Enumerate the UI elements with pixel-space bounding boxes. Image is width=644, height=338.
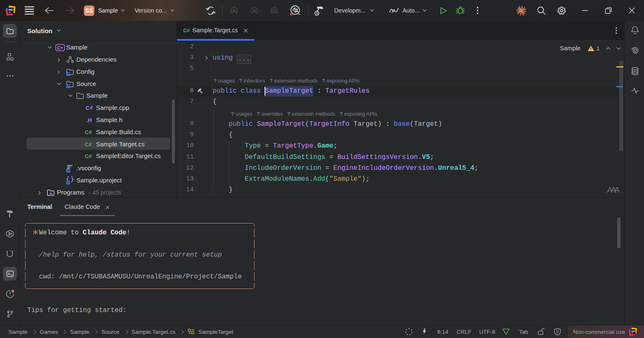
svg-text:C+: C+ xyxy=(86,105,93,111)
svg-text:RD: RD xyxy=(8,8,13,12)
svg-text:.H: .H xyxy=(86,117,92,123)
svg-text:C: C xyxy=(57,45,61,50)
svg-text:C#: C# xyxy=(85,153,92,159)
svg-text:C#: C# xyxy=(85,141,92,148)
svg-text:RD: RD xyxy=(631,330,635,333)
svg-text:C#: C# xyxy=(85,129,92,135)
svg-text:C#: C# xyxy=(183,28,190,34)
